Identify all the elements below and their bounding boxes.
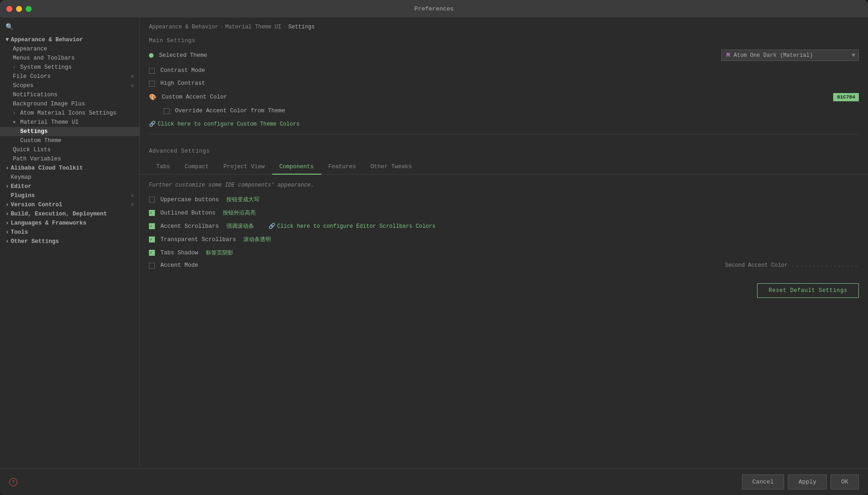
search-icon: 🔍 bbox=[5, 23, 13, 31]
sidebar-settings-label: Settings bbox=[20, 128, 48, 135]
window-controls bbox=[6, 6, 32, 12]
uppercase-buttons-checkbox[interactable] bbox=[149, 197, 155, 203]
chevron-down-icon: ▼ bbox=[852, 52, 855, 59]
tab-content-components: Further customize some IDE components' a… bbox=[140, 182, 868, 269]
minimize-button[interactable] bbox=[16, 6, 22, 12]
bottom-bar: ? Cancel Apply OK bbox=[0, 468, 868, 495]
override-accent-checkbox[interactable] bbox=[164, 108, 170, 114]
tab-other-tweaks-label: Other Tweaks bbox=[371, 164, 412, 170]
sidebar-item-atom-material-icons[interactable]: › Atom Material Icons Settings bbox=[0, 109, 139, 118]
sidebar-item-quick-lists[interactable]: Quick Lists bbox=[0, 145, 139, 154]
expand-arrow-icon: › bbox=[5, 211, 9, 217]
sidebar-item-editor[interactable]: › Editor bbox=[0, 182, 139, 191]
transparent-scrollbars-chinese: 滚动条透明 bbox=[243, 236, 271, 243]
breadcrumb-current: Settings bbox=[288, 24, 315, 30]
sidebar-item-build-execution[interactable]: › Build, Execution, Deployment bbox=[0, 209, 139, 219]
sidebar-keymap-label: Keymap bbox=[11, 174, 32, 181]
accent-scrollbars-chinese: 强调滚动条 bbox=[226, 222, 254, 230]
sidebar-system-settings-label: System Settings bbox=[20, 64, 72, 71]
expand-arrow-icon: ▼ bbox=[13, 120, 18, 125]
sidebar-item-alibaba-cloud-toolkit[interactable]: › Alibaba Cloud Toolkit bbox=[0, 164, 139, 173]
sidebar-item-path-variables[interactable]: Path Variables bbox=[0, 154, 139, 164]
contrast-mode-checkbox[interactable] bbox=[149, 68, 155, 74]
expand-arrow-icon: › bbox=[5, 229, 9, 236]
tabs-shadow-checkbox[interactable] bbox=[149, 250, 155, 256]
sidebar-appearance-label: Appearance bbox=[13, 46, 47, 52]
sidebar-scopes-label: Scopes bbox=[13, 82, 33, 89]
accent-scrollbars-checkbox[interactable] bbox=[149, 223, 155, 229]
accent-mode-label: Accent Mode bbox=[160, 262, 198, 269]
outlined-buttons-label: Outlined Buttons bbox=[160, 210, 215, 216]
configure-link-text: Click here to configure Custom Theme Col… bbox=[158, 121, 300, 127]
sidebar-atom-material-label: Atom Material Icons Settings bbox=[20, 110, 116, 116]
tab-compact[interactable]: Compact bbox=[177, 160, 216, 175]
close-button[interactable] bbox=[6, 6, 12, 12]
expand-arrow-icon: › bbox=[5, 202, 9, 208]
sidebar-bg-image-label: Background Image Plus bbox=[13, 101, 85, 107]
help-icon[interactable]: ? bbox=[9, 478, 17, 486]
tab-project-view-label: Project View bbox=[224, 164, 265, 170]
configure-custom-theme-link[interactable]: 🔗 Click here to configure Custom Theme C… bbox=[149, 121, 300, 127]
sidebar-item-keymap[interactable]: › Keymap bbox=[0, 173, 139, 182]
sidebar-other-settings-label: Other Settings bbox=[11, 238, 59, 245]
tab-components-label: Components bbox=[280, 164, 314, 170]
breadcrumb-part2: Material Theme UI bbox=[225, 24, 281, 30]
breadcrumb: Appearance & Behavior › Material Theme U… bbox=[140, 17, 868, 35]
outlined-buttons-checkbox[interactable] bbox=[149, 210, 155, 216]
sidebar-item-appearance[interactable]: Appearance bbox=[0, 44, 139, 54]
expand-arrow-icon: ▼ bbox=[5, 37, 9, 43]
tab-tabs-label: Tabs bbox=[156, 164, 170, 170]
tabs-bar: Tabs Compact Project View Components Fea… bbox=[140, 160, 868, 175]
accent-mode-checkbox[interactable] bbox=[149, 263, 155, 269]
cancel-button[interactable]: Cancel bbox=[742, 474, 785, 490]
sidebar-item-other-settings[interactable]: › Other Settings bbox=[0, 237, 139, 246]
tab-components[interactable]: Components bbox=[272, 160, 321, 175]
theme-select-wrapper: M Atom One Dark (Material) ▼ bbox=[721, 50, 859, 61]
configure-scrollbars-link[interactable]: 🔗 Click here to configure Editor Scrollb… bbox=[269, 223, 436, 230]
sidebar-item-file-colors[interactable]: File Colors ≡ bbox=[0, 72, 139, 81]
sidebar-item-material-theme-ui[interactable]: ▼ Material Theme UI bbox=[0, 118, 139, 127]
transparent-scrollbars-checkbox[interactable] bbox=[149, 236, 155, 242]
sidebar-item-system-settings[interactable]: › System Settings bbox=[0, 63, 139, 72]
search-area[interactable]: 🔍 bbox=[0, 20, 139, 35]
configure-link-row: 🔗 Click here to configure Custom Theme C… bbox=[149, 121, 859, 127]
sidebar-item-tools[interactable]: › Tools bbox=[0, 228, 139, 237]
theme-select[interactable]: M Atom One Dark (Material) ▼ bbox=[721, 50, 859, 61]
sidebar-item-appearance-behavior[interactable]: ▼ appearance-behavior Appearance & Behav… bbox=[0, 35, 139, 44]
breadcrumb-sep2: › bbox=[283, 24, 286, 30]
scopes-icon: ≡ bbox=[131, 83, 134, 88]
sidebar-item-plugins[interactable]: › Plugins ≡ bbox=[0, 191, 139, 200]
maximize-button[interactable] bbox=[26, 6, 32, 12]
expand-arrow-icon: › bbox=[13, 65, 18, 70]
settings-divider bbox=[149, 134, 859, 134]
tab-other-tweaks[interactable]: Other Tweaks bbox=[363, 160, 419, 175]
main-content: 🔍 ▼ appearance-behavior Appearance & Beh… bbox=[0, 17, 868, 468]
high-contrast-checkbox[interactable] bbox=[149, 81, 155, 87]
components-description: Further customize some IDE components' a… bbox=[149, 182, 859, 188]
ok-button[interactable]: OK bbox=[830, 474, 859, 490]
tab-project-view[interactable]: Project View bbox=[216, 160, 272, 175]
sidebar-item-menus-toolbars[interactable]: Menus and Toolbars bbox=[0, 54, 139, 63]
main-settings-group: Selected Theme M Atom One Dark (Material… bbox=[140, 50, 868, 127]
high-contrast-label: High Contrast bbox=[160, 80, 205, 87]
sidebar-item-custom-theme[interactable]: Custom Theme bbox=[0, 136, 139, 145]
contrast-mode-label: Contrast Mode bbox=[160, 67, 205, 74]
sidebar-item-languages-frameworks[interactable]: › Languages & Frameworks bbox=[0, 219, 139, 228]
accent-color-swatch[interactable]: 81C784 bbox=[833, 93, 859, 101]
sidebar: 🔍 ▼ appearance-behavior Appearance & Beh… bbox=[0, 17, 140, 468]
sidebar-item-version-control[interactable]: › Version Control ≡ bbox=[0, 200, 139, 209]
transparent-scrollbars-label: Transparent Scrollbars bbox=[160, 236, 236, 243]
sidebar-item-background-image-plus[interactable]: Background Image Plus bbox=[0, 99, 139, 109]
sidebar-item-settings[interactable]: Settings bbox=[0, 127, 139, 136]
outlined-buttons-row: Outlined Buttons 按钮外沿高亮 bbox=[149, 209, 859, 217]
sidebar-item-notifications[interactable]: Notifications bbox=[0, 90, 139, 99]
breadcrumb-sep1: › bbox=[220, 24, 223, 30]
tabs-shadow-label: Tabs Shadow bbox=[160, 250, 198, 256]
reset-default-settings-button[interactable]: Reset Default Settings bbox=[757, 283, 859, 298]
apply-button[interactable]: Apply bbox=[788, 474, 827, 490]
tabs-shadow-row: Tabs Shadow 标签页阴影 bbox=[149, 249, 859, 257]
tab-features[interactable]: Features bbox=[321, 160, 363, 175]
tab-tabs[interactable]: Tabs bbox=[149, 160, 177, 175]
expand-arrow-icon: › bbox=[13, 111, 18, 116]
sidebar-item-scopes[interactable]: Scopes ≡ bbox=[0, 81, 139, 90]
